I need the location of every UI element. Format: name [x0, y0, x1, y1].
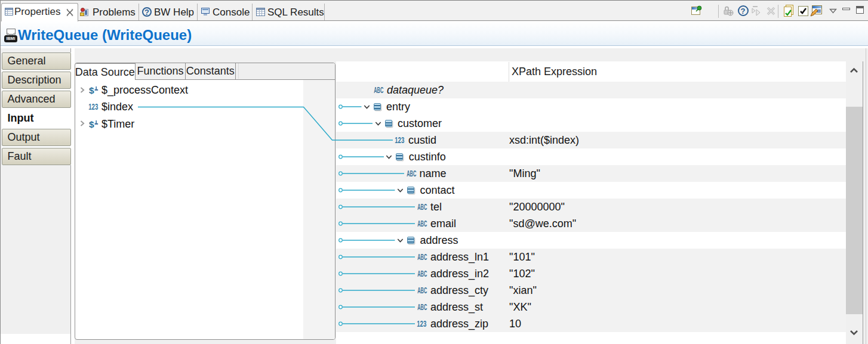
svg-text:ABC: ABC [417, 287, 427, 294]
svg-text:123: 123 [88, 103, 98, 110]
svg-text:123: 123 [417, 320, 426, 327]
svg-text:ABC: ABC [374, 86, 383, 94]
svg-text:ABC: ABC [417, 253, 427, 261]
svg-text:$: $ [89, 85, 94, 95]
svg-text:ABC: ABC [417, 220, 427, 227]
svg-text:ABC: ABC [417, 270, 427, 277]
svg-text:$: $ [89, 119, 94, 129]
svg-text:ABC: ABC [417, 303, 427, 311]
svg-text:ABC: ABC [417, 203, 427, 210]
svg-text:ABC: ABC [407, 170, 416, 177]
svg-text:123: 123 [395, 136, 404, 144]
